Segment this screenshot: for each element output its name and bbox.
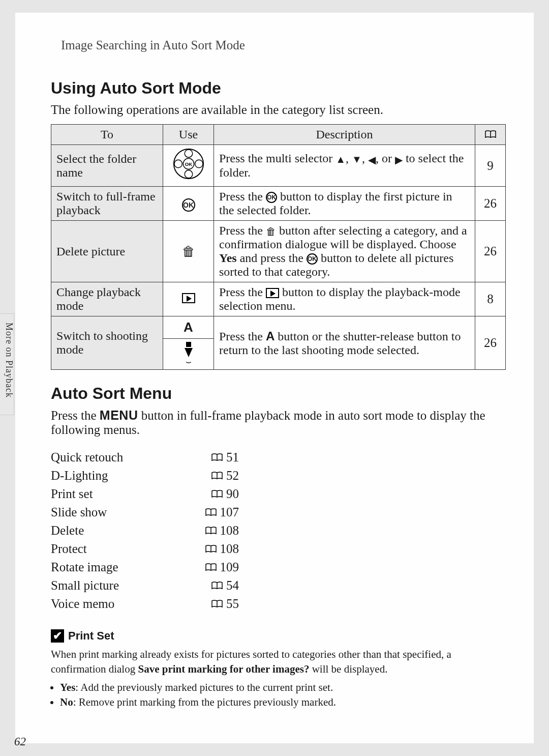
section-heading-using-auto-sort: Using Auto Sort Mode — [51, 79, 506, 98]
table-row: Switch to shooting mode A Press the A bu… — [51, 316, 506, 339]
cell-to: Switch to full-frame playback — [51, 187, 163, 221]
menu-label: MENU — [100, 408, 138, 422]
note-list-item: No: Remove print marking from the pictur… — [60, 695, 506, 710]
multi-selector-icon: OK — [173, 168, 204, 183]
breadcrumb: Image Searching in Auto Sort Mode — [61, 38, 506, 52]
book-icon — [211, 490, 223, 498]
cell-to: Change playback mode — [51, 282, 163, 316]
down-triangle-icon: ▼ — [352, 154, 362, 165]
cell-desc: Press the multi selector ▲, ▼, ◀, or ▶ t… — [214, 145, 475, 187]
cell-use: OK — [163, 145, 214, 187]
cell-page: 26 — [475, 221, 506, 282]
cell-page: 26 — [475, 316, 506, 370]
cell-to: Select the folder name — [51, 145, 163, 187]
book-icon — [211, 453, 223, 461]
menu-item: Slide show107 — [51, 503, 239, 521]
book-icon — [211, 472, 223, 480]
th-to: To — [51, 125, 163, 145]
th-pageref — [475, 125, 506, 145]
cell-use: ⌣ — [163, 339, 214, 370]
cell-desc: Press the button to display the playback… — [214, 282, 475, 316]
note-list-item: Yes: Add the previously marked pictures … — [60, 680, 506, 695]
svg-point-3 — [185, 150, 193, 158]
menu-item: Protect108 — [51, 540, 239, 558]
table-row: Switch to full-frame playback OK Press t… — [51, 187, 506, 221]
right-triangle-icon: ▶ — [395, 154, 403, 166]
cell-use: 🗑︎ — [163, 221, 214, 282]
book-icon — [205, 527, 217, 535]
note-body: When print marking already exists for pi… — [51, 647, 506, 677]
ok-button-icon: OK — [307, 253, 318, 265]
menu-item: D-Lighting52 — [51, 467, 239, 485]
trash-icon: 🗑︎ — [266, 226, 276, 238]
up-triangle-icon: ▲ — [336, 154, 346, 165]
menu-item: Quick retouch51 — [51, 448, 239, 467]
check-badge-icon: ✔ — [51, 629, 64, 643]
shutter-release-icon: ⌣ — [168, 342, 208, 366]
book-icon — [211, 581, 223, 590]
trash-icon: 🗑︎ — [182, 244, 195, 259]
section-heading-auto-sort-menu: Auto Sort Menu — [51, 384, 506, 403]
cell-to: Switch to shooting mode — [51, 316, 163, 370]
th-use: Use — [163, 125, 214, 145]
left-triangle-icon: ◀ — [368, 154, 376, 166]
book-icon — [205, 545, 217, 553]
playback-icon — [182, 293, 195, 303]
cell-to: Delete picture — [51, 221, 163, 282]
section1-intro: The following operations are available i… — [51, 103, 506, 117]
table-row: Change playback mode Press the button to… — [51, 282, 506, 316]
cell-use: A — [163, 316, 214, 339]
th-description: Description — [214, 125, 475, 145]
cell-page: 26 — [475, 187, 506, 221]
book-icon — [205, 563, 217, 571]
operations-table: To Use Description Select the folder nam… — [51, 124, 506, 370]
menu-item: Rotate image109 — [51, 558, 239, 576]
page-number: 62 — [14, 735, 26, 748]
cell-page: 9 — [475, 145, 506, 187]
svg-point-4 — [185, 170, 193, 179]
ok-button-icon: OK — [266, 192, 277, 203]
mode-a-icon: A — [184, 319, 193, 335]
ok-button-icon: OK — [182, 198, 195, 212]
playback-icon — [266, 288, 279, 298]
cell-desc: Press the A button or the shutter-releas… — [214, 316, 475, 370]
svg-point-6 — [195, 160, 203, 168]
book-icon — [211, 600, 223, 608]
cell-desc: Press the 🗑︎ button after selecting a ca… — [214, 221, 475, 282]
section2-intro: Press the MENU button in full-frame play… — [51, 408, 506, 437]
menu-list: Quick retouch51 D-Lighting52 Print set90… — [51, 448, 239, 613]
side-label: More on Playback — [4, 323, 14, 398]
menu-item: Voice memo55 — [51, 595, 239, 613]
menu-item: Small picture54 — [51, 576, 239, 595]
cell-use — [163, 282, 214, 316]
book-icon — [205, 508, 217, 516]
book-icon — [484, 128, 497, 141]
svg-point-5 — [174, 160, 182, 168]
cell-use: OK — [163, 187, 214, 221]
table-row: Delete picture 🗑︎ Press the 🗑︎ button af… — [51, 221, 506, 282]
menu-item: Delete108 — [51, 521, 239, 540]
svg-text:OK: OK — [185, 161, 192, 167]
cell-page: 8 — [475, 282, 506, 316]
cell-desc: Press the OK button to display the first… — [214, 187, 475, 221]
table-row: Select the folder name OK Press the mult… — [51, 145, 506, 187]
print-set-note: ✔ Print Set When print marking already e… — [51, 628, 506, 710]
note-title: Print Set — [68, 628, 114, 644]
menu-item: Print set90 — [51, 485, 239, 503]
